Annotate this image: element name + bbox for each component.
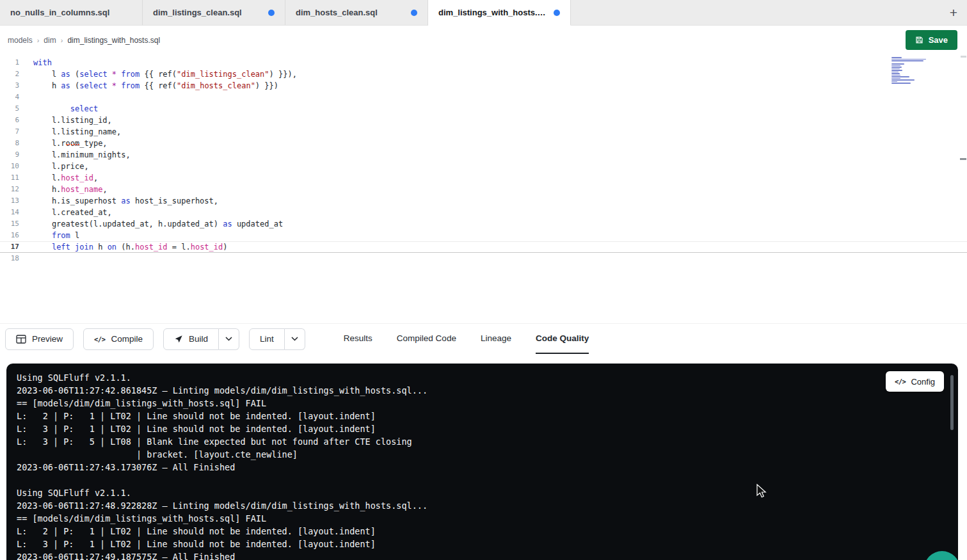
terminal-line: 2023-06-06T11:27:42.861845Z — Linting mo… xyxy=(17,384,948,397)
scrollbar-mark xyxy=(960,158,966,160)
code-editor[interactable]: 1with2 l as (select * from {{ ref("dim_l… xyxy=(0,54,967,323)
minimap[interactable] xyxy=(891,57,938,84)
config-button[interactable]: </> Config xyxy=(886,371,944,392)
save-button-label: Save xyxy=(929,35,948,45)
line-number: 2 xyxy=(0,68,19,80)
terminal-line: L: 3 | P: 1 | LT02 | Line should not be … xyxy=(17,538,948,550)
terminal-panel: Using SQLFluff v2.1.1.2023-06-06T11:27:4… xyxy=(6,364,958,560)
lint-button[interactable]: Lint xyxy=(249,328,285,350)
preview-button-label: Preview xyxy=(32,334,63,344)
table-grid-icon xyxy=(16,335,26,344)
save-button[interactable]: Save xyxy=(906,30,957,50)
build-button-label: Build xyxy=(189,334,208,344)
terminal-line: Using SQLFluff v2.1.1. xyxy=(17,486,948,499)
code-text: select xyxy=(33,103,98,115)
build-split-button: Build xyxy=(163,328,239,350)
code-line[interactable]: 16 from l xyxy=(0,230,967,241)
code-text: left join h on (h.host_id = l.host_id) xyxy=(33,242,228,252)
code-line[interactable]: 11 l.host_id, xyxy=(0,172,967,184)
build-button[interactable]: Build xyxy=(163,328,219,350)
code-brackets-icon: </> xyxy=(895,378,906,385)
line-number: 7 xyxy=(0,126,19,138)
file-tab-no-nulls-in-columns[interactable]: no_nulls_in_columns.sql xyxy=(0,0,143,25)
breadcrumb-dim: dim xyxy=(44,36,56,45)
code-lines: 1with2 l as (select * from {{ ref("dim_l… xyxy=(0,57,967,264)
code-line[interactable]: 3 h as (select * from {{ ref("dim_hosts_… xyxy=(0,80,967,92)
file-tab-dim-listings-with-hosts[interactable]: dim_listings_with_hosts.sql xyxy=(428,0,571,26)
terminal-line: 2023-06-06T11:27:43.173076Z — All Finish… xyxy=(17,461,948,474)
file-tab-dim-listings-clean[interactable]: dim_listings_clean.sql xyxy=(143,0,285,25)
file-tab-label: no_nulls_in_columns.sql xyxy=(10,8,109,17)
tab-label: Lineage xyxy=(481,333,511,343)
code-brackets-icon: </> xyxy=(94,335,105,343)
file-tab-label: dim_listings_with_hosts.sql xyxy=(438,8,547,17)
lint-squiggle xyxy=(67,143,79,145)
line-number: 6 xyxy=(0,115,19,126)
new-tab-button[interactable]: + xyxy=(940,0,967,25)
code-line[interactable]: 7 l.listing_name, xyxy=(0,126,967,138)
code-text: with xyxy=(33,57,52,68)
terminal-line: 2023-06-06T11:27:49.187575Z — All Finish… xyxy=(17,550,948,560)
tab-label: Compiled Code xyxy=(397,333,456,343)
code-line[interactable]: 4 xyxy=(0,92,967,103)
editor-tabbar: no_nulls_in_columns.sql dim_listings_cle… xyxy=(0,0,967,26)
code-line[interactable]: 18 xyxy=(0,253,967,264)
terminal-line: 2023-06-06T11:27:48.922828Z — Linting mo… xyxy=(17,499,948,512)
code-line[interactable]: 6 l.listing_id, xyxy=(0,115,967,126)
code-text: l.created_at, xyxy=(33,207,112,218)
terminal-scrollbar[interactable] xyxy=(950,375,954,430)
code-text: l.listing_id, xyxy=(33,115,112,126)
code-text: l.host_id, xyxy=(33,172,98,184)
preview-button[interactable]: Preview xyxy=(5,328,74,350)
line-number: 9 xyxy=(0,149,19,161)
code-text: h.is_superhost as host_is_superhost, xyxy=(33,195,218,207)
line-number: 4 xyxy=(0,92,19,103)
scrollbar-mark xyxy=(961,56,966,58)
line-number: 15 xyxy=(0,218,19,230)
lint-dropdown-button[interactable] xyxy=(285,328,305,350)
line-number: 3 xyxy=(0,80,19,92)
code-line[interactable]: 13 h.is_superhost as host_is_superhost, xyxy=(0,195,967,207)
compile-button[interactable]: </> Compile xyxy=(83,328,154,350)
results-tabbar: Results Compiled Code Lineage Code Quali… xyxy=(344,324,613,354)
line-number: 18 xyxy=(0,253,19,264)
code-line[interactable]: 9 l.minimum_nights, xyxy=(0,149,967,161)
code-line[interactable]: 12 h.host_name, xyxy=(0,184,967,195)
file-tab-label: dim_listings_clean.sql xyxy=(153,8,242,17)
code-text: greatest(l.updated_at, h.updated_at) as … xyxy=(33,218,283,230)
file-tab-label: dim_hosts_clean.sql xyxy=(296,8,378,17)
tab-compiled-code[interactable]: Compiled Code xyxy=(397,324,456,354)
unsaved-dot xyxy=(268,10,275,16)
breadcrumb-separator: › xyxy=(37,36,40,44)
terminal-line: L: 2 | P: 1 | LT02 | Line should not be … xyxy=(17,410,948,422)
tab-code-quality[interactable]: Code Quality xyxy=(536,324,589,354)
code-line[interactable]: 1with xyxy=(0,57,967,68)
compile-button-label: Compile xyxy=(111,334,143,344)
line-number: 11 xyxy=(0,172,19,184)
save-icon xyxy=(915,36,923,44)
terminal-line xyxy=(17,474,948,486)
code-line[interactable]: 2 l as (select * from {{ ref("dim_listin… xyxy=(0,68,967,80)
lint-split-button: Lint xyxy=(249,328,305,350)
tab-lineage[interactable]: Lineage xyxy=(481,324,511,354)
line-number: 5 xyxy=(0,103,19,115)
code-line[interactable]: 5 select xyxy=(0,103,967,115)
code-text: from l xyxy=(33,230,79,241)
code-line[interactable]: 10 l.price, xyxy=(0,161,967,172)
plus-icon: + xyxy=(950,5,957,20)
code-line[interactable]: 14 l.created_at, xyxy=(0,207,967,218)
terminal-line: | bracket. [layout.cte_newline] xyxy=(17,448,948,461)
terminal-line: L: 3 | P: 1 | LT02 | Line should not be … xyxy=(17,422,948,435)
tab-results[interactable]: Results xyxy=(344,324,372,354)
code-line[interactable]: 15 greatest(l.updated_at, h.updated_at) … xyxy=(0,218,967,230)
file-tab-dim-hosts-clean[interactable]: dim_hosts_clean.sql xyxy=(285,0,428,25)
build-dropdown-button[interactable] xyxy=(219,328,239,350)
breadcrumb-separator: › xyxy=(61,36,63,44)
line-number: 13 xyxy=(0,195,19,207)
line-number: 12 xyxy=(0,184,19,195)
code-text: h.host_name, xyxy=(33,184,108,195)
code-line[interactable]: 8 l.room_type, xyxy=(0,138,967,149)
unsaved-dot xyxy=(554,10,560,16)
code-line[interactable]: 17 left join h on (h.host_id = l.host_id… xyxy=(0,241,967,253)
action-toolbar: Preview </> Compile Build Lint xyxy=(0,323,967,354)
